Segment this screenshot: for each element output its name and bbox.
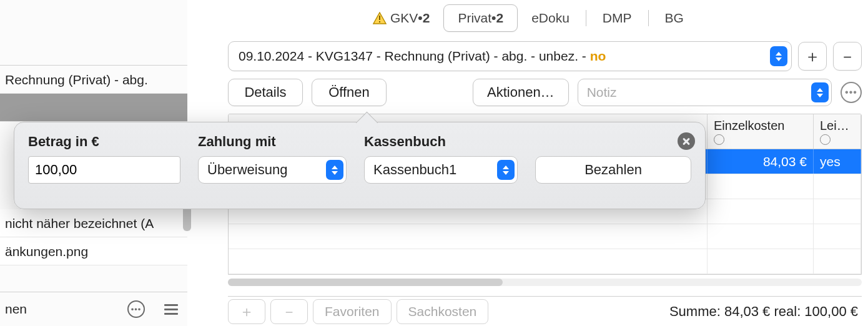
chevron-updown-icon	[811, 82, 829, 102]
left-footer: nen •••	[0, 292, 187, 326]
svg-rect-1	[379, 16, 380, 20]
add-button[interactable]: ＋	[798, 42, 827, 71]
left-footer-label: nen	[5, 302, 112, 317]
footer-add-button[interactable]: ＋	[228, 299, 265, 324]
document-label: 09.10.2024 - KVG1347 - Rechnung (Privat)…	[239, 49, 606, 64]
column-lei[interactable]: Lei…	[814, 114, 861, 149]
cashbook-label: Kassenbuch	[364, 134, 518, 150]
document-dropdown[interactable]: 09.10.2024 - KVG1347 - Rechnung (Privat)…	[228, 41, 792, 71]
tab-gkv[interactable]: GKV•2	[359, 4, 443, 32]
amount-input[interactable]	[28, 156, 180, 184]
close-icon[interactable]	[678, 132, 695, 150]
tab-badge: 2	[423, 11, 430, 26]
tab-bg[interactable]: BG	[651, 4, 698, 32]
footer-sachkosten-button[interactable]: Sachkosten	[397, 299, 489, 324]
details-button[interactable]: Details	[228, 79, 303, 106]
payment-popover: Betrag in € Zahlung mit Überweisung Kass…	[14, 122, 706, 209]
table-footer: ＋ － Favoriten Sachkosten Summe: 84,03 € …	[228, 296, 862, 326]
warning-icon	[373, 12, 387, 24]
left-top-spacer	[0, 0, 187, 66]
column-einzelkosten[interactable]: Einzelkosten	[708, 114, 814, 149]
footer-remove-button[interactable]: －	[270, 299, 308, 324]
tab-bar: GKV•2 Privat•2 eDoku DMP BG	[222, 0, 868, 36]
left-list-item[interactable]: Rechnung (Privat) - abg.	[0, 66, 187, 94]
spacer	[535, 134, 691, 150]
amount-label: Betrag in €	[28, 134, 180, 150]
remove-button[interactable]: －	[833, 42, 862, 71]
footer-favorites-button[interactable]: Favoriten	[313, 299, 392, 324]
table-row[interactable]	[229, 224, 861, 249]
document-selector-row: 09.10.2024 - KVG1347 - Rechnung (Privat)…	[222, 36, 868, 76]
footer-sum-label: Summe: 84,03 € real: 100,00 €	[669, 304, 862, 320]
tab-label: GKV	[390, 11, 418, 26]
cell-einzelkosten: 84,03 €	[708, 149, 814, 174]
list-icon[interactable]	[160, 298, 182, 320]
scrollbar-thumb[interactable]	[228, 279, 503, 286]
chevron-updown-icon	[326, 160, 343, 180]
tab-badge: 2	[496, 11, 503, 26]
cashbook-dropdown[interactable]: Kassenbuch1	[364, 156, 518, 184]
open-button[interactable]: Öffnen	[312, 79, 387, 106]
left-list-item[interactable]: änkungen.png	[0, 237, 187, 265]
note-dropdown[interactable]: Notiz	[578, 79, 832, 106]
pay-button[interactable]: Bezahlen	[535, 156, 691, 184]
radio-icon[interactable]	[820, 134, 831, 145]
left-list-item-selected[interactable]	[0, 94, 187, 122]
more-icon[interactable]: •••	[841, 82, 862, 103]
radio-icon[interactable]	[714, 134, 724, 145]
table-row[interactable]	[229, 249, 861, 274]
horizontal-scrollbar[interactable]	[228, 279, 862, 286]
toolbar: Details Öffnen Aktionen… Notiz •••	[222, 76, 868, 114]
left-list-item[interactable]: nicht näher bezeichnet (A	[0, 209, 187, 237]
payment-method-label: Zahlung mit	[198, 134, 347, 150]
actions-button[interactable]: Aktionen…	[473, 79, 569, 106]
tab-separator	[648, 10, 649, 26]
tab-separator	[586, 10, 586, 26]
cell-lei: yes	[814, 149, 861, 174]
tab-dmp[interactable]: DMP	[589, 4, 646, 32]
svg-rect-2	[379, 21, 380, 22]
tab-privat[interactable]: Privat•2	[443, 4, 518, 32]
more-circle-icon[interactable]: •••	[125, 298, 147, 320]
note-placeholder: Notiz	[587, 85, 617, 100]
tab-label: Privat	[458, 11, 491, 26]
chevron-updown-icon	[497, 160, 515, 180]
payment-method-dropdown[interactable]: Überweisung	[198, 156, 347, 184]
tab-edoku[interactable]: eDoku	[518, 4, 583, 32]
chevron-updown-icon	[770, 46, 787, 66]
